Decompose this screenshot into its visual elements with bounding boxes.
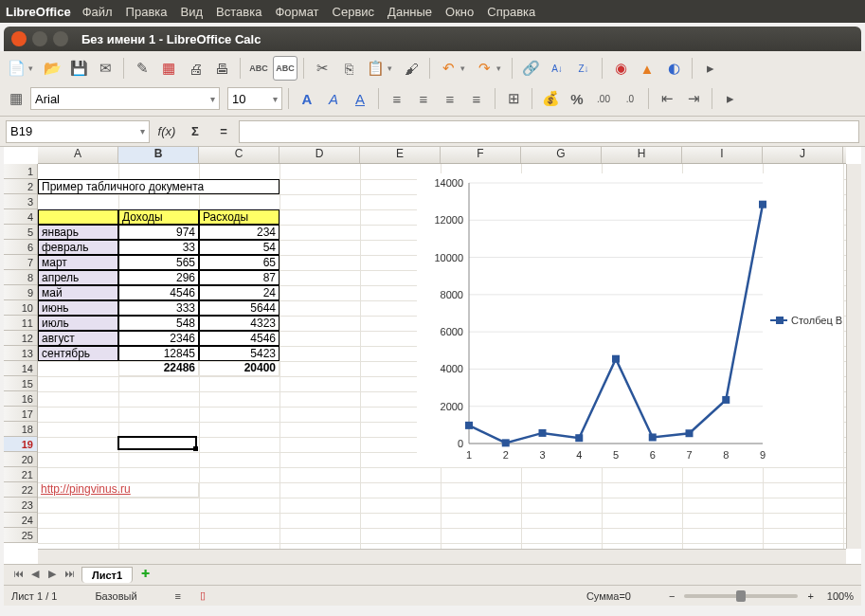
font-name-combo[interactable]: Arial ▾: [30, 87, 220, 110]
system-menubar: LibreOffice Файл Правка Вид Вставка Форм…: [0, 0, 865, 23]
equals-button[interactable]: =: [212, 120, 235, 143]
chart-button[interactable]: ◉: [608, 56, 633, 81]
menu-file[interactable]: Файл: [82, 5, 113, 19]
bold-button[interactable]: A: [295, 86, 319, 111]
maximize-window-button[interactable]: [53, 31, 68, 46]
print-button[interactable]: 🖨: [183, 56, 207, 81]
status-sheets: Лист 1 / 1: [11, 590, 57, 602]
sort-asc-button[interactable]: A↓: [545, 56, 569, 81]
zoom-slider[interactable]: [684, 594, 798, 598]
svg-text:0: 0: [458, 438, 463, 449]
svg-text:4000: 4000: [441, 363, 463, 374]
align-left-button[interactable]: ≡: [385, 86, 409, 111]
svg-text:6: 6: [650, 449, 656, 461]
svg-text:10000: 10000: [434, 252, 463, 263]
cell-title: Пример табличного документа: [38, 179, 279, 194]
more-format-button[interactable]: ▸: [718, 86, 743, 111]
indent-inc-button[interactable]: ⇥: [681, 86, 706, 111]
svg-text:12000: 12000: [434, 214, 463, 226]
svg-text:1: 1: [466, 449, 472, 461]
cell-hyperlink[interactable]: http://pingvinus.ru: [38, 482, 199, 498]
navigator-button[interactable]: ▲: [635, 56, 659, 81]
edit-button[interactable]: ✎: [130, 56, 154, 81]
decimal-add-button[interactable]: .00: [591, 86, 616, 111]
menu-window[interactable]: Окно: [445, 5, 474, 19]
add-sheet-button[interactable]: ✚: [136, 568, 153, 583]
menu-edit[interactable]: Правка: [126, 5, 168, 19]
close-window-button[interactable]: [11, 31, 27, 46]
menu-help[interactable]: Справка: [487, 5, 535, 19]
name-box[interactable]: B19 ▾: [6, 120, 150, 143]
zoom-in-button[interactable]: +: [807, 590, 813, 602]
tab-prev-button[interactable]: ◀: [27, 568, 44, 583]
redo-button[interactable]: ↷: [472, 56, 496, 81]
tab-last-button[interactable]: ⏭: [61, 568, 78, 583]
currency-button[interactable]: 💰: [538, 86, 563, 111]
gallery-button[interactable]: ◐: [661, 56, 686, 81]
cells-pane[interactable]: Пример табличного документаДоходыРасходы…: [38, 164, 846, 549]
sort-desc-button[interactable]: Z↓: [571, 56, 596, 81]
italic-button[interactable]: A: [321, 86, 346, 111]
horizontal-scrollbar[interactable]: [38, 549, 846, 564]
copy-button[interactable]: ⎘: [336, 56, 361, 81]
menu-data[interactable]: Данные: [387, 5, 432, 19]
menu-tools[interactable]: Сервис: [333, 5, 375, 19]
undo-button[interactable]: ↶: [436, 56, 460, 81]
indent-dec-button[interactable]: ⇤: [655, 86, 679, 111]
status-sum[interactable]: Сумма=0: [586, 590, 631, 602]
save-button[interactable]: 💾: [66, 56, 91, 81]
font-size-combo[interactable]: 10 ▾: [227, 87, 282, 110]
cell-reference: B19: [10, 124, 32, 138]
zoom-value[interactable]: 100%: [827, 590, 854, 602]
svg-rect-31: [612, 355, 620, 363]
merge-cells-button[interactable]: ⊞: [501, 86, 526, 111]
autospell-button[interactable]: ABC: [273, 56, 297, 81]
align-right-button[interactable]: ≡: [438, 86, 462, 111]
sum-button[interactable]: Σ: [184, 120, 207, 143]
spreadsheet-grid[interactable]: ABCDEFGHIJ 12345678910111213141516171819…: [4, 147, 861, 564]
zoom-out-button[interactable]: −: [669, 590, 675, 602]
column-headers[interactable]: ABCDEFGHIJ: [38, 147, 846, 164]
app-name: LibreOffice: [6, 5, 71, 19]
embedded-chart[interactable]: 0200040006000800010000120001400012345678…: [417, 173, 843, 467]
toolbar-formatting: ▦ Arial ▾ 10 ▾ A A A ≡ ≡ ≡ ≡ ⊞ 💰 % .00 .…: [4, 83, 861, 114]
row-headers[interactable]: 1234567891011121314151617181920212223242…: [4, 164, 38, 543]
tab-next-button[interactable]: ▶: [44, 568, 61, 583]
print-preview-button[interactable]: 🖶: [209, 56, 234, 81]
hyperlink-button[interactable]: 🔗: [518, 56, 543, 81]
formula-input[interactable]: [239, 120, 859, 143]
styles-button[interactable]: ▦: [4, 86, 28, 111]
svg-text:14000: 14000: [434, 177, 463, 189]
format-paintbrush-button[interactable]: 🖌: [399, 56, 423, 81]
tab-first-button[interactable]: ⏮: [9, 568, 27, 583]
function-wizard-button[interactable]: f(x): [155, 120, 178, 143]
sheet-tab-1[interactable]: Лист1: [81, 567, 133, 583]
menu-format[interactable]: Формат: [275, 5, 318, 19]
align-justify-button[interactable]: ≡: [464, 86, 489, 111]
more-button[interactable]: ▸: [698, 56, 723, 81]
open-button[interactable]: 📂: [40, 56, 64, 81]
font-size-value: 10: [232, 92, 245, 106]
vertical-scrollbar[interactable]: [846, 164, 861, 549]
svg-text:3: 3: [539, 449, 545, 461]
align-center-button[interactable]: ≡: [411, 86, 436, 111]
svg-rect-27: [465, 422, 473, 429]
svg-rect-35: [759, 201, 766, 208]
new-doc-button[interactable]: 📄: [4, 56, 28, 81]
svg-text:5: 5: [613, 449, 619, 461]
email-button[interactable]: ✉: [93, 56, 117, 81]
svg-text:8000: 8000: [441, 289, 463, 300]
underline-button[interactable]: A: [348, 86, 372, 111]
menu-insert[interactable]: Вставка: [216, 5, 261, 19]
decimal-remove-button[interactable]: .0: [618, 86, 642, 111]
cut-button[interactable]: ✂: [310, 56, 334, 81]
window-titlebar: Без имени 1 - LibreOffice Calc: [4, 27, 861, 51]
spellcheck-button[interactable]: ABC: [246, 56, 271, 81]
paste-button[interactable]: 📋: [363, 56, 387, 81]
percent-button[interactable]: %: [565, 86, 589, 111]
minimize-window-button[interactable]: [32, 31, 47, 46]
svg-text:7: 7: [686, 449, 692, 461]
menu-view[interactable]: Вид: [181, 5, 204, 19]
pdf-export-button[interactable]: ▦: [156, 56, 181, 81]
svg-rect-37: [776, 317, 784, 324]
